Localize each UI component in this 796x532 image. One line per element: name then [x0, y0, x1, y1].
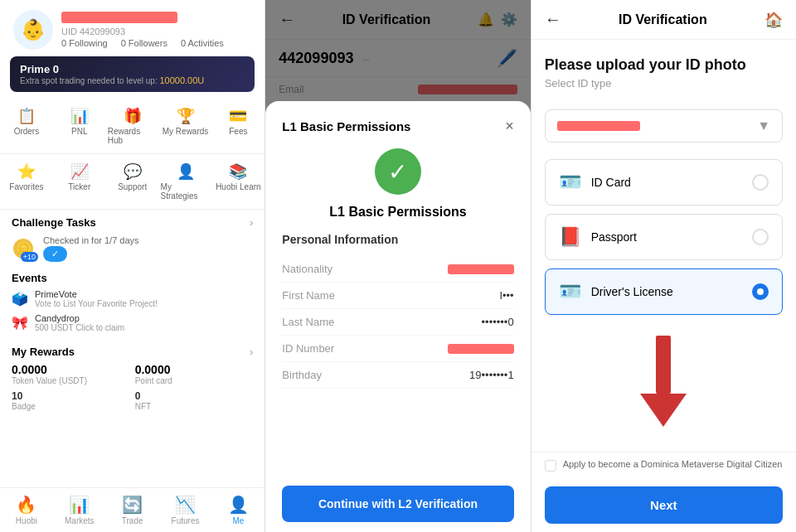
challenge-chevron-icon[interactable]: › — [250, 217, 253, 229]
followers-stat: 0 Followers — [121, 38, 167, 48]
prime-banner[interactable]: Prime 0 Extra spot trading needed to lev… — [10, 56, 255, 92]
event-candydrop[interactable]: 🎀 Candydrop 500 USDT Click to claim — [12, 313, 253, 332]
passport-label: Passport — [591, 230, 742, 244]
next-button[interactable]: Next — [545, 486, 783, 524]
activities-stat: 0 Activities — [181, 38, 224, 48]
modal-footer: Continue with L2 Verification — [282, 476, 513, 532]
rewards-hub-icon: 🎁 — [124, 107, 142, 125]
markets-icon: 📊 — [69, 495, 90, 515]
events-section: Events 🗳️ PrimeVote Vote to List Your Fa… — [0, 268, 265, 341]
lastname-value: •••••••0 — [482, 316, 514, 328]
lastname-label: Last Name — [282, 316, 334, 328]
continue-l2-button[interactable]: Continue with L2 Verification — [282, 486, 513, 522]
citizenship-checkbox[interactable] — [545, 460, 556, 472]
checkin-button[interactable]: ✓ — [43, 246, 67, 262]
me-icon: 👤 — [228, 495, 249, 515]
modal-success-icon: ✓ — [375, 148, 421, 195]
bottom-nav-markets[interactable]: 📊 Markets — [53, 491, 106, 529]
primevote-info: PrimeVote Vote to List Your Favorite Pro… — [35, 289, 158, 308]
p1-main-section: Challenge Tasks › 🪙 +10 Checked in for 1… — [0, 210, 265, 487]
bottom-nav-trade[interactable]: 🔄 Trade — [106, 491, 159, 529]
avatar: 👶 — [13, 10, 53, 50]
idnumber-value — [448, 344, 514, 354]
user-stats: 0 Following 0 Followers 0 Activities — [61, 38, 251, 48]
uid-label: UID 442099093 — [61, 27, 251, 36]
nft-label: NFT — [135, 402, 254, 411]
nav-item-rewards-hub[interactable]: 🎁 Rewards Hub — [106, 102, 159, 150]
id-card-icon: 🪪 — [559, 172, 581, 193]
ticker-icon: 📈 — [70, 162, 89, 181]
event-primevote[interactable]: 🗳️ PrimeVote Vote to List Your Favorite … — [12, 289, 253, 308]
rewards-chevron-icon[interactable]: › — [250, 346, 253, 358]
firstname-label: First Name — [282, 289, 335, 302]
bottom-nav-me[interactable]: 👤 Me — [211, 491, 265, 529]
info-row-lastname: Last Name •••••••0 — [282, 309, 513, 336]
challenge-coins: 🪙 +10 — [12, 237, 35, 260]
nft-value: 0 — [135, 390, 254, 402]
citizenship-checkbox-row: Apply to become a Dominica Metaverse Dig… — [531, 452, 796, 478]
drivers-license-icon: 🪪 — [559, 281, 581, 302]
nav-item-my-strategies[interactable]: 👤 My Strategies — [159, 157, 212, 206]
checkin-info: Checked in for 1/7 days ✓ — [43, 235, 139, 262]
favorites-label: Favorites — [9, 182, 43, 191]
nav-item-favorites[interactable]: ⭐ Favorites — [0, 157, 53, 206]
option-drivers-license[interactable]: 🪪 Driver's License — [545, 268, 783, 315]
drivers-license-label: Driver's License — [591, 285, 742, 298]
huobi-home-icon: 🔥 — [16, 495, 36, 515]
huobi-learn-label: Huobi Learn — [216, 182, 260, 191]
rewards-header: My Rewards › — [12, 346, 253, 358]
drivers-license-radio[interactable] — [752, 283, 769, 300]
modal-close-button[interactable]: × — [505, 118, 514, 135]
token-reward: 0.0000 Token Value (USDT) — [12, 363, 130, 385]
events-title: Events — [12, 272, 253, 284]
plus10-badge: +10 — [21, 252, 38, 262]
option-id-card[interactable]: 🪪 ID Card — [545, 159, 783, 206]
me-nav-label: Me — [232, 516, 244, 525]
uid-redacted-bar — [61, 12, 177, 23]
support-icon: 💬 — [124, 162, 142, 181]
back-button[interactable]: ← — [545, 10, 561, 29]
my-rewards-label: My Rewards — [163, 127, 209, 136]
nav-item-ticker[interactable]: 📈 Ticker — [53, 157, 106, 206]
rewards-hub-label: Rewards Hub — [108, 127, 158, 145]
birthday-value: 19•••••••1 — [469, 369, 514, 381]
nav-item-pnl[interactable]: 📊 PNL — [53, 102, 106, 150]
bottom-nav-huobi[interactable]: 🔥 Huobi — [0, 491, 53, 529]
my-strategies-label: My Strategies — [161, 182, 211, 201]
nav-item-fees[interactable]: 💳 Fees — [211, 102, 265, 150]
bottom-nav-futures[interactable]: 📉 Futures — [159, 491, 212, 529]
nationality-label: Nationality — [282, 263, 332, 275]
candydrop-title: Candydrop — [35, 313, 124, 323]
token-label: Token Value (USDT) — [12, 376, 130, 385]
prime-desc: Extra spot trading needed to level up: 1… — [20, 75, 204, 85]
l1-permissions-modal: L1 Basic Permissions × ✓ L1 Basic Permis… — [265, 101, 530, 532]
checkin-text: Checked in for 1/7 days — [43, 235, 139, 245]
passport-radio[interactable] — [752, 229, 769, 245]
rewards-grid: 0.0000 Token Value (USDT) 0.0000 Point c… — [12, 363, 253, 411]
nav-item-support[interactable]: 💬 Support — [106, 157, 159, 206]
bottom-navigation: 🔥 Huobi 📊 Markets 🔄 Trade 📉 Futures 👤 Me — [0, 487, 265, 532]
option-passport[interactable]: 📕 Passport — [545, 214, 783, 260]
arrow-shaft — [656, 336, 671, 394]
p3-footer: Next — [531, 478, 796, 532]
nationality-value — [448, 264, 514, 274]
upload-subtitle: Select ID type — [545, 77, 783, 89]
p2-modal-overlay: L1 Basic Permissions × ✓ L1 Basic Permis… — [265, 0, 530, 532]
id-type-dropdown[interactable]: ▼ — [545, 109, 783, 143]
home-icon[interactable]: 🏠 — [764, 11, 783, 29]
id-card-radio[interactable] — [752, 174, 769, 191]
following-stat: 0 Following — [61, 38, 108, 48]
p1-nav-row2: ⭐ Favorites 📈 Ticker 💬 Support 👤 My Stra… — [0, 154, 265, 210]
modal-info-title: Personal Information — [282, 233, 513, 246]
birthday-label: Birthday — [282, 369, 322, 381]
panel1-huobi-app: 👶 UID 442099093 0 Following 0 Followers … — [0, 0, 265, 532]
nav-item-orders[interactable]: 📋 Orders — [0, 102, 53, 150]
fees-label: Fees — [229, 127, 247, 136]
info-row-nationality: Nationality — [282, 256, 513, 283]
p3-body: Please upload your ID photo Select ID ty… — [531, 40, 796, 452]
nav-item-huobi-learn[interactable]: 📚 Huobi Learn — [211, 157, 265, 206]
nav-item-my-rewards[interactable]: 🏆 My Rewards — [159, 102, 212, 150]
badge-label: Badge — [12, 402, 130, 411]
candydrop-icon: 🎀 — [12, 315, 28, 331]
huobi-nav-label: Huobi — [16, 516, 37, 525]
